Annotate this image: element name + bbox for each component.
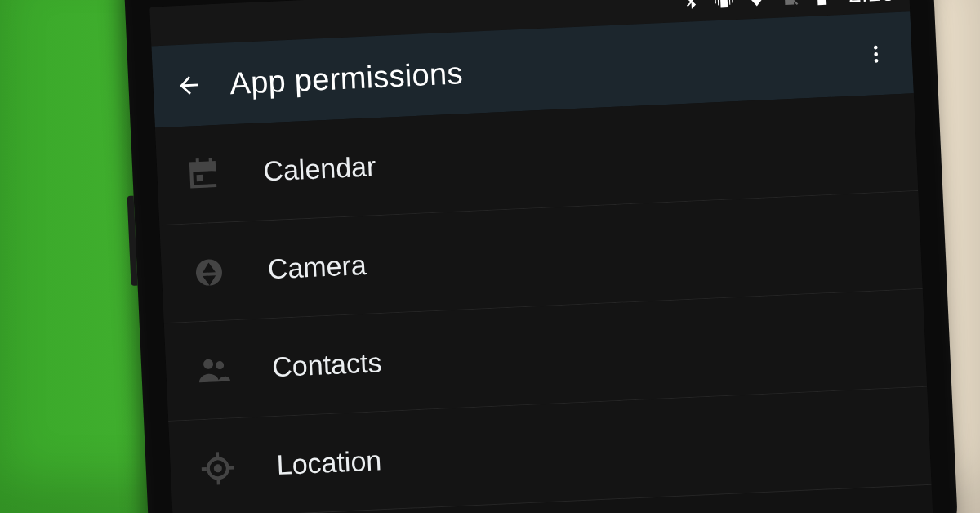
vibrate-icon xyxy=(712,0,734,11)
svg-point-1 xyxy=(874,52,878,56)
permissions-list: Calendar Camera Contacts xyxy=(155,93,932,513)
permission-label: Calendar xyxy=(263,150,377,187)
location-icon xyxy=(198,448,238,488)
battery-icon xyxy=(810,0,832,7)
wifi-icon xyxy=(745,0,767,10)
camera-icon xyxy=(189,252,229,292)
svg-point-4 xyxy=(216,360,224,368)
svg-point-0 xyxy=(874,46,878,50)
phone-device: 2:28 App permissions Calendar xyxy=(122,0,959,513)
back-button[interactable] xyxy=(172,69,207,103)
calendar-icon xyxy=(184,154,225,194)
phone-screen: 2:28 App permissions Calendar xyxy=(149,0,934,513)
svg-point-2 xyxy=(875,59,879,63)
no-sim-icon xyxy=(777,0,800,9)
overflow-menu-button[interactable] xyxy=(859,37,893,71)
permission-label: Contacts xyxy=(271,346,382,383)
contacts-icon xyxy=(193,350,234,390)
phone-body: 2:28 App permissions Calendar xyxy=(122,0,959,513)
bluetooth-icon xyxy=(679,0,702,13)
svg-point-6 xyxy=(216,466,220,471)
page-title: App permissions xyxy=(229,38,836,101)
status-clock: 2:28 xyxy=(848,0,895,8)
permission-label: Camera xyxy=(267,249,368,285)
permission-label: Location xyxy=(276,444,382,481)
svg-point-3 xyxy=(203,359,214,369)
